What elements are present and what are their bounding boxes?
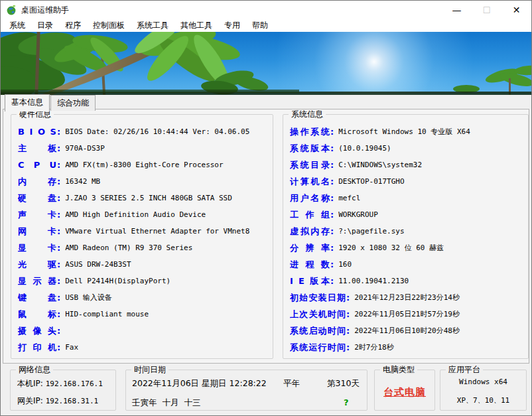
hw-row-gpu: 显 卡:AMD Radeon (TM) R9 370 Series (18, 240, 269, 256)
hw-row-optical-drive: 光 驱:ASUS DRW-24B3ST (18, 256, 269, 273)
app-window: 桌面运维助手 — ☐ ✕ 系统 目录 程序 控制面板 系统工具 其他工具 专用 … (0, 0, 532, 416)
network-info-title: 网络信息 (16, 365, 53, 375)
sys-row-computer-name: 计算机名:DESKTOP-017TGHO (290, 173, 524, 190)
current-datetime: 2022年11月06日 星期日 12:28:22 (132, 378, 267, 389)
sys-row-version: 系统版本:(10.0.19045) (290, 140, 524, 157)
menu-other-tools[interactable]: 其他工具 (174, 19, 218, 32)
help-question-icon[interactable]: ? (344, 397, 349, 407)
hw-row-mouse: 鼠 标:HID-compliant mouse (18, 306, 269, 322)
tab-strip: 基本信息 综合功能 (1, 95, 531, 111)
day-of-year: 第310天 (327, 378, 360, 389)
title-bar: 桌面运维助手 — ☐ ✕ (1, 1, 531, 19)
sys-row-install-date: 初始安装日期:2021年12月23日22时23分14秒 (290, 289, 524, 306)
hw-row-keyboard: 键 盘:USB 输入设备 (18, 289, 269, 306)
sys-row-ie-version: I E 版本:11.00.19041.2130 (290, 273, 524, 289)
menu-control-panel[interactable]: 控制面板 (87, 19, 131, 32)
hw-row-camera: 摄像头: (18, 322, 269, 339)
datetime-groupbox: 时间日期 2022年11月06日 星期日 12:28:22 平年 第310天 壬… (125, 370, 367, 411)
window-title: 桌面运维助手 (21, 5, 442, 16)
computer-type-title: 电脑类型 (380, 365, 417, 375)
tab-basic-info[interactable]: 基本信息 (5, 94, 50, 111)
sys-row-virtual-memory: 虚拟内存:?:\pagefile.sys (290, 223, 524, 240)
sys-row-workgroup: 工 作 组:WORKGROUP (290, 206, 524, 223)
hw-row-motherboard: 主 板:970A-DS3P (18, 140, 269, 157)
sys-row-sysdir: 系统目录:C:\WINDOWS\system32 (290, 157, 524, 173)
system-info-groupbox: 系统信息 操作系统:Microsoft Windows 10 专业版 X64 系… (283, 114, 529, 359)
platform-title: 应用平台 (446, 365, 483, 375)
menu-directory[interactable]: 目录 (31, 19, 59, 32)
tropical-banner-image (1, 32, 532, 95)
minimize-button[interactable]: — (442, 1, 472, 19)
hw-row-sound: 声 卡:AMD High Definition Audio Device (18, 206, 269, 223)
platform-arch: Windows x64 (440, 378, 526, 386)
computer-type-link[interactable]: 台式电脑 (375, 386, 434, 399)
datetime-title: 时间日期 (131, 365, 168, 375)
hw-row-memory: 内 存:16342 MB (18, 173, 269, 190)
hw-row-bios: B I O S:BIOS Date: 02/26/16 10:44:44 Ver… (18, 123, 269, 140)
local-ip-row: 本机IP: 192.168.176.1 (17, 378, 103, 389)
sys-row-os: 操作系统:Microsoft Windows 10 专业版 X64 (290, 123, 524, 140)
platform-supported: XP、7、10、11 (440, 395, 526, 405)
hw-row-network-adapter: 网 卡:VMware Virtual Ethernet Adapter for … (18, 223, 269, 240)
sys-row-boot-time: 系统启动时间:2022年11月06日10时20分48秒 (290, 322, 524, 339)
system-info-title: 系统信息 (289, 109, 326, 119)
year-type: 平年 (283, 378, 300, 389)
platform-groupbox: 应用平台 Windows x64 XP、7、10、11 (440, 370, 527, 411)
menu-programs[interactable]: 程序 (59, 19, 87, 32)
maximize-button[interactable]: ☐ (472, 1, 501, 19)
network-info-groupbox: 网络信息 本机IP: 192.168.176.1 网关IP: 192.168.3… (10, 370, 116, 411)
menu-help[interactable]: 帮助 (246, 19, 274, 32)
bottom-status-area: 网络信息 本机IP: 192.168.176.1 网关IP: 192.168.3… (1, 364, 531, 416)
close-button[interactable]: ✕ (501, 1, 531, 19)
sys-row-uptime: 系统运行时间:2时7分18秒 (290, 339, 524, 356)
app-globe-icon (6, 5, 17, 15)
hw-row-cpu: C P U:AMD FX(tm)-8300 Eight-Core Process… (18, 157, 269, 173)
sys-row-process-count: 进 程 数:160 (290, 256, 524, 273)
basic-info-panel: 硬件信息 B I O S:BIOS Date: 02/26/16 10:44:4… (3, 109, 529, 364)
menu-bar: 系统 目录 程序 控制面板 系统工具 其他工具 专用 帮助 (1, 19, 531, 32)
sys-row-user-name: 用户名称:mefcl (290, 190, 524, 206)
menu-system[interactable]: 系统 (3, 19, 31, 32)
lunar-date: 壬寅年 十月 十三 (132, 397, 200, 409)
hardware-info-groupbox: 硬件信息 B I O S:BIOS Date: 02/26/16 10:44:4… (11, 114, 273, 359)
tab-comprehensive[interactable]: 综合功能 (50, 95, 96, 111)
hw-row-monitor: 显示器:Dell P2414H(DisplayPort) (18, 273, 269, 289)
sys-row-resolution: 分 辨 率:1920 x 1080 32 位 60 赫兹 (290, 240, 524, 256)
hw-row-printer: 打印机:Fax (18, 339, 269, 356)
gateway-ip-row: 网关IP: 192.168.31.1 (17, 395, 98, 407)
menu-system-tools[interactable]: 系统工具 (131, 19, 174, 32)
hw-row-disk: 硬 盘:J.ZAO 3 SERIES 2.5 INCH 480GB SATA S… (18, 190, 269, 206)
menu-dedicated[interactable]: 专用 (218, 19, 246, 32)
sys-row-last-shutdown: 上次关机时间:2022年11月05日21时57分19秒 (290, 306, 524, 322)
computer-type-groupbox: 电脑类型 台式电脑 (374, 370, 435, 411)
